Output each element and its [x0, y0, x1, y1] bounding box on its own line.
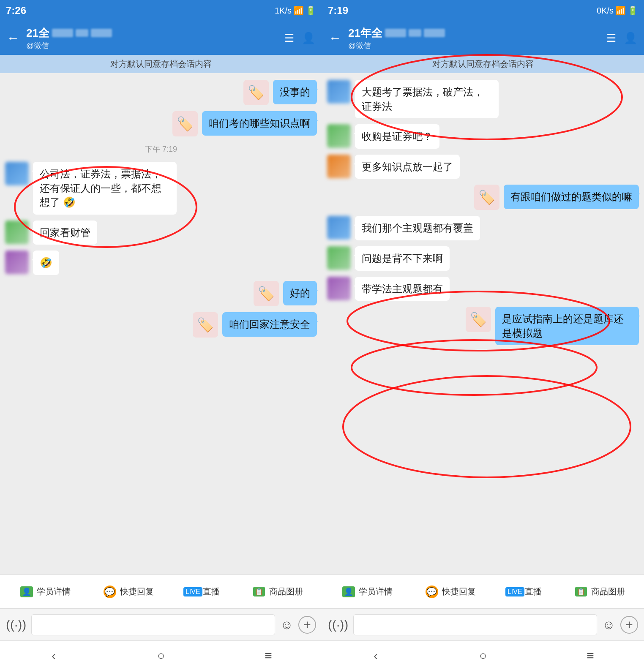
live-icon-right: LIVE — [507, 586, 522, 598]
input-bar-right: ((·)) ☺ + — [322, 608, 644, 640]
status-bar-left: 7:26 1K/s 📶 🔋 — [0, 0, 322, 21]
avatar — [5, 162, 29, 185]
toolbar-goods-label-left: 商品图册 — [269, 586, 303, 597]
msg-row: 大题考了票据法，破产法，证券法 — [327, 80, 639, 118]
battery-icon-right: 🔋 — [628, 5, 638, 16]
msg-row: 问题是背不下来啊 — [327, 246, 639, 271]
back-button-right[interactable]: ← — [329, 31, 341, 45]
input-bar-left: ((·)) ☺ + — [0, 608, 322, 640]
header-icons-left: ☰ 👤 — [284, 32, 315, 45]
battery-icon-left: 🔋 — [306, 5, 316, 16]
voice-button-left[interactable]: ((·)) — [6, 618, 26, 632]
bubble-received: 大题考了票据法，破产法，证券法 — [355, 80, 499, 118]
toolbar-goods-left[interactable]: 📋 商品图册 — [251, 586, 303, 598]
voice-button-right[interactable]: ((·)) — [328, 618, 348, 632]
bubble-received: 公司法，证券法，票据法，还有保证人的一些，都不想想了 🤣 — [33, 162, 177, 215]
chat-area-left[interactable]: 没事的 🏷️ 咱们考的哪些知识点啊 🏷️ 下午 7:19 公司法，证券法，票据法… — [0, 73, 322, 575]
chat-area-right[interactable]: 大题考了票据法，破产法，证券法 收购是证券吧？ 更多知识点放一起了 有跟咱们做过… — [322, 73, 644, 575]
msg-row: 是应试指南上的还是题库还是模拟题 🏷️ — [327, 307, 639, 345]
notice-text-right: 对方默认同意存档会话内容 — [432, 59, 534, 68]
input-field-right[interactable] — [353, 614, 597, 635]
msg-row: 咱们回家注意安全 🏷️ — [5, 312, 317, 338]
menu-icon-right[interactable]: ☰ — [606, 32, 616, 45]
nav-bar-left: ‹ ○ ≡ — [0, 640, 322, 670]
sub-title-left: @微信 — [26, 41, 279, 51]
left-panel: 7:26 1K/s 📶 🔋 ← 21全 @微信 ☰ 👤 对方默认同意存档会话内容 — [0, 0, 322, 670]
status-time-left: 7:26 — [6, 5, 26, 16]
live-icon-left: LIVE — [185, 586, 200, 598]
toolbar-student-right[interactable]: 👤 学员详情 — [341, 586, 393, 598]
bubble-received: 我们那个主观题都有覆盖 — [355, 216, 480, 240]
time-divider: 下午 7:19 — [5, 144, 317, 154]
toolbar-quick-label-left: 快捷回复 — [120, 586, 154, 597]
live-icon-badge-right: LIVE — [505, 587, 524, 596]
bubble-received: 🤣 — [33, 251, 59, 275]
blurred-name-left — [52, 29, 73, 37]
goods-icon-right: 📋 — [573, 586, 589, 598]
bubble-sent: 好的 — [283, 281, 317, 305]
wifi-icon-right: 📶 — [615, 5, 626, 16]
sticker: 🏷️ — [243, 80, 269, 105]
sticker: 🏷️ — [474, 185, 499, 210]
bubble-received: 收购是证券吧？ — [355, 124, 439, 149]
chat-title-left: 21全 — [26, 26, 49, 41]
profile-icon-left[interactable]: 👤 — [302, 32, 315, 45]
bubble-received: 更多知识点放一起了 — [355, 155, 460, 179]
toolbar-student-label-right: 学员详情 — [359, 586, 393, 597]
signal-icon-right: 0K/s — [597, 6, 614, 16]
bubble-received: 回家看财管 — [33, 221, 97, 245]
nav-back-left[interactable]: ‹ — [37, 648, 71, 663]
chat-header-left: ← 21全 @微信 ☰ 👤 — [0, 21, 322, 55]
plus-button-right[interactable]: + — [620, 616, 638, 634]
student-icon-badge-right: 👤 — [342, 586, 355, 597]
menu-icon-left[interactable]: ☰ — [284, 32, 294, 45]
toolbar-live-right[interactable]: LIVE 直播 — [507, 586, 542, 598]
toolbar-quick-left[interactable]: 💬 快捷回复 — [102, 586, 154, 598]
avatar — [327, 246, 351, 270]
wifi-icon-left: 📶 — [293, 5, 304, 16]
toolbar-student-label-left: 学员详情 — [37, 586, 71, 597]
nav-back-right[interactable]: ‹ — [359, 648, 393, 663]
toolbar-live-label-left: 直播 — [203, 586, 220, 597]
nav-home-left[interactable]: ○ — [144, 648, 178, 663]
blurred-name3-left — [91, 29, 112, 37]
status-time-right: 7:19 — [328, 5, 348, 16]
avatar — [327, 80, 351, 103]
quick-icon-right: 💬 — [424, 586, 439, 598]
back-button-left[interactable]: ← — [7, 31, 19, 45]
msg-row: 带学法主观题都有 — [327, 277, 639, 301]
input-field-left[interactable] — [31, 614, 275, 635]
status-bar-right: 7:19 0K/s 📶 🔋 — [322, 0, 644, 21]
signal-icon-left: 1K/s — [275, 6, 292, 16]
toolbar-student-left[interactable]: 👤 学员详情 — [19, 586, 71, 598]
toolbar-live-left[interactable]: LIVE 直播 — [185, 586, 220, 598]
sticker: 🏷️ — [172, 111, 198, 136]
toolbar-quick-right[interactable]: 💬 快捷回复 — [424, 586, 476, 598]
bubble-received: 带学法主观题都有 — [355, 277, 450, 301]
emoji-button-left[interactable]: ☺ — [280, 618, 293, 632]
msg-row: 收购是证券吧？ — [327, 124, 639, 149]
right-panel: 7:19 0K/s 📶 🔋 ← 21年全 @微信 ☰ 👤 对方默认同意存档会话内… — [322, 0, 644, 670]
nav-home-right[interactable]: ○ — [466, 648, 500, 663]
emoji-button-right[interactable]: ☺ — [602, 618, 615, 632]
toolbar-goods-right[interactable]: 📋 商品图册 — [573, 586, 625, 598]
msg-row: 公司法，证券法，票据法，还有保证人的一些，都不想想了 🤣 — [5, 162, 317, 215]
header-icons-right: ☰ 👤 — [606, 32, 637, 45]
nav-menu-left[interactable]: ≡ — [251, 648, 285, 663]
sticker: 🏷️ — [193, 312, 218, 338]
msg-row: 咱们考的哪些知识点啊 🏷️ — [5, 111, 317, 136]
live-icon-badge: LIVE — [183, 587, 202, 596]
bubble-received: 问题是背不下来啊 — [355, 246, 450, 271]
avatar — [327, 277, 351, 300]
blurred-name3-right — [424, 29, 445, 37]
quick-icon-badge-right: 💬 — [426, 586, 438, 598]
nav-menu-right[interactable]: ≡ — [573, 648, 607, 663]
title-area-right: 21年全 @微信 — [348, 26, 601, 51]
sticker: 🏷️ — [254, 281, 279, 306]
bubble-sent: 咱们回家注意安全 — [222, 312, 317, 337]
sub-title-right: @微信 — [348, 41, 601, 51]
nav-bar-right: ‹ ○ ≡ — [322, 640, 644, 670]
plus-button-left[interactable]: + — [298, 616, 316, 634]
profile-icon-right[interactable]: 👤 — [624, 32, 637, 45]
msg-row: 🤣 — [5, 251, 317, 275]
